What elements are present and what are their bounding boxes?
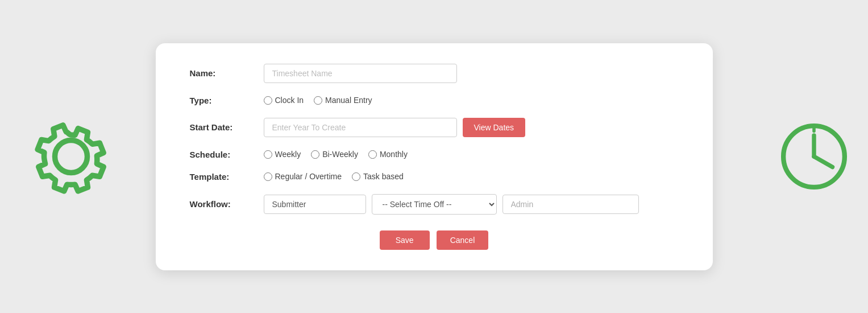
type-label: Type: xyxy=(190,96,264,105)
svg-line-2 xyxy=(814,156,833,167)
schedule-weekly-radio[interactable] xyxy=(264,150,272,159)
schedule-row: Schedule: Weekly Bi-Weekly Monthly xyxy=(190,150,679,159)
template-label: Template: xyxy=(190,172,264,182)
start-date-field: View Dates xyxy=(264,118,679,137)
workflow-field: -- Select Time Off -- xyxy=(264,194,679,215)
schedule-weekly-label: Weekly xyxy=(275,150,301,159)
workflow-admin-input[interactable] xyxy=(502,195,639,214)
workflow-row: Workflow: -- Select Time Off -- xyxy=(190,194,679,215)
view-dates-button[interactable]: View Dates xyxy=(463,118,526,137)
type-clockin-radio[interactable] xyxy=(264,96,272,105)
schedule-monthly-label: Monthly xyxy=(380,150,408,159)
schedule-biweekly-option[interactable]: Bi-Weekly xyxy=(311,150,358,159)
type-row: Type: Clock In Manual Entry xyxy=(190,96,679,105)
type-manual-label: Manual Entry xyxy=(325,96,372,105)
name-row: Name: xyxy=(190,64,679,83)
workflow-label: Workflow: xyxy=(190,199,264,209)
template-field: Regular / Overtime Task based xyxy=(264,172,679,181)
action-buttons: Save Cancel xyxy=(190,230,679,250)
template-regular-option[interactable]: Regular / Overtime xyxy=(264,172,342,181)
template-regular-label: Regular / Overtime xyxy=(275,172,342,181)
page-wrapper: Name: Type: Clock In Manual Entry Start … xyxy=(0,0,868,313)
type-manual-option[interactable]: Manual Entry xyxy=(314,96,372,105)
template-task-radio[interactable] xyxy=(352,172,360,181)
save-button[interactable]: Save xyxy=(380,230,430,250)
workflow-submitter-input[interactable] xyxy=(264,195,366,214)
schedule-label: Schedule: xyxy=(190,150,264,159)
start-date-input[interactable] xyxy=(264,118,457,137)
schedule-field: Weekly Bi-Weekly Monthly xyxy=(264,150,679,159)
start-date-row: Start Date: View Dates xyxy=(190,118,679,137)
type-clockin-label: Clock In xyxy=(275,96,304,105)
schedule-monthly-option[interactable]: Monthly xyxy=(368,150,408,159)
gear-icon xyxy=(17,102,125,211)
name-input[interactable] xyxy=(264,64,457,83)
template-task-option[interactable]: Task based xyxy=(352,172,404,181)
select-timeoff-dropdown[interactable]: -- Select Time Off -- xyxy=(372,194,497,215)
type-field: Clock In Manual Entry xyxy=(264,96,679,105)
name-field xyxy=(264,64,679,83)
template-task-label: Task based xyxy=(363,172,404,181)
main-card: Name: Type: Clock In Manual Entry Start … xyxy=(156,43,713,270)
cancel-button[interactable]: Cancel xyxy=(437,230,489,250)
schedule-biweekly-label: Bi-Weekly xyxy=(322,150,358,159)
start-date-label: Start Date: xyxy=(190,122,264,132)
template-regular-radio[interactable] xyxy=(264,172,272,181)
clock-icon xyxy=(777,120,851,193)
schedule-biweekly-radio[interactable] xyxy=(311,150,319,159)
type-clockin-option[interactable]: Clock In xyxy=(264,96,304,105)
name-label: Name: xyxy=(190,68,264,78)
schedule-weekly-option[interactable]: Weekly xyxy=(264,150,301,159)
schedule-monthly-radio[interactable] xyxy=(368,150,377,159)
template-row: Template: Regular / Overtime Task based xyxy=(190,172,679,182)
type-manual-radio[interactable] xyxy=(314,96,322,105)
